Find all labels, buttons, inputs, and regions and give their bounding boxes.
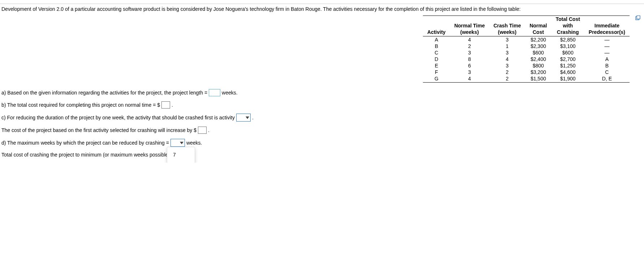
question-d-post: weeks. [186, 140, 202, 146]
activities-table: Total Cost Normal Time Crash Time Normal… [423, 16, 630, 83]
col-crash-time-l1: Crash Time [489, 22, 525, 29]
col-normal-time-l1: Normal Time [450, 22, 489, 29]
svg-rect-1 [637, 16, 640, 19]
question-a-post: weeks. [222, 90, 238, 96]
answer-d-select[interactable] [170, 139, 185, 147]
col-pred-l2: Predecessor(s) [584, 29, 630, 36]
col-pred-l1: Immediate [584, 22, 630, 29]
chevron-down-icon [180, 142, 183, 144]
problem-statement: Development of Version 2.0 of a particul… [1, 6, 520, 12]
col-total-cost-l2: with [551, 22, 584, 29]
answer-c-select[interactable] [236, 114, 251, 122]
question-b-post: . [172, 102, 173, 108]
question-e-pre: Total cost of crashing the project to mi… [1, 152, 170, 158]
table-row: F32$3,200$4,600C [423, 69, 630, 75]
table-row: B21$2,300$3,100— [423, 43, 630, 49]
chevron-down-icon [246, 116, 249, 119]
col-normal-cost-l2: Cost [525, 29, 551, 36]
dropdown-option[interactable]: 7 [167, 149, 195, 160]
answer-a-input[interactable] [209, 89, 220, 96]
question-c-pre: c) For reducing the duration of the proj… [1, 115, 235, 120]
col-total-cost-l1: Total Cost [551, 16, 584, 23]
question-c-post: . [252, 115, 254, 120]
col-total-cost-l3: Crashing [551, 29, 584, 36]
table-row: C33$600$600— [423, 49, 630, 56]
question-a-pre: a) Based on the given information regard… [1, 90, 207, 96]
dropdown-option[interactable]: 8 [167, 160, 195, 163]
table-row: D84$2,400$2,700A [423, 56, 630, 62]
table-row: G42$1,500$1,900D, E [423, 75, 630, 83]
question-c2-pre: The cost of the project based on the fir… [1, 127, 196, 133]
answer-d-dropdown: 789101112 [167, 147, 195, 163]
col-normal-cost-l1: Normal [525, 22, 551, 29]
question-c2-post: . [208, 127, 209, 133]
answer-b-input[interactable] [161, 101, 170, 109]
answer-c2-input[interactable] [198, 127, 207, 134]
table-row: E63$800$1,250B [423, 62, 630, 69]
question-d-pre: d) The maximum weeks by which the projec… [1, 140, 169, 146]
popup-icon[interactable] [635, 16, 640, 21]
col-activity: Activity [423, 29, 450, 36]
col-crash-time-l2: (weeks) [489, 29, 525, 36]
question-b-pre: b) The total cost required for completin… [1, 102, 160, 108]
table-row: A43$2,200$2,850— [423, 36, 630, 43]
col-normal-time-l2: (weeks) [450, 29, 489, 36]
